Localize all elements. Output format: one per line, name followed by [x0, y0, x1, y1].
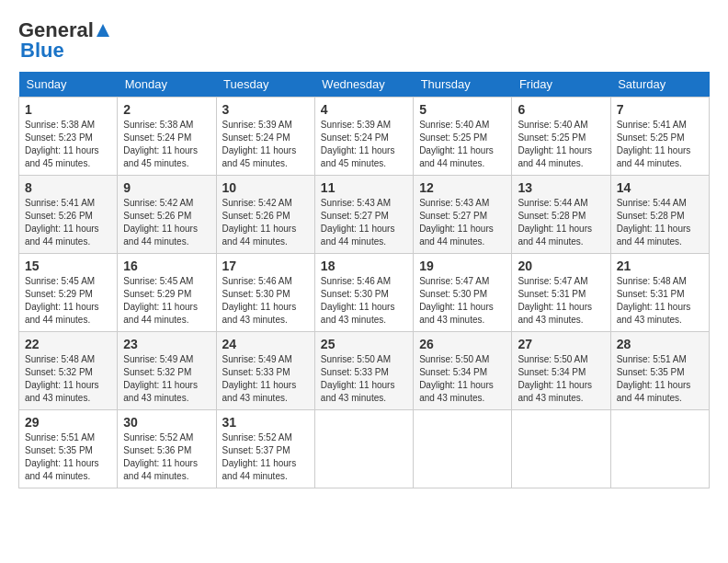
day-info: Sunrise: 5:49 AMSunset: 5:33 PMDaylight:…	[222, 354, 297, 403]
calendar-cell: 16 Sunrise: 5:45 AMSunset: 5:29 PMDaylig…	[118, 254, 216, 332]
week-row-4: 29 Sunrise: 5:51 AMSunset: 5:35 PMDaylig…	[19, 410, 710, 488]
calendar-cell: 8 Sunrise: 5:41 AMSunset: 5:26 PMDayligh…	[19, 176, 118, 254]
day-info: Sunrise: 5:49 AMSunset: 5:32 PMDaylight:…	[123, 354, 198, 403]
calendar-cell: 12 Sunrise: 5:43 AMSunset: 5:27 PMDaylig…	[414, 176, 512, 254]
day-number: 20	[518, 259, 604, 273]
calendar-cell	[610, 410, 709, 488]
header-saturday: Saturday	[610, 72, 709, 98]
calendar-cell: 6 Sunrise: 5:40 AMSunset: 5:25 PMDayligh…	[512, 98, 610, 176]
day-number: 7	[617, 102, 703, 117]
calendar-table: SundayMondayTuesdayWednesdayThursdayFrid…	[18, 72, 710, 488]
day-number: 2	[123, 102, 210, 117]
calendar-cell: 19 Sunrise: 5:47 AMSunset: 5:30 PMDaylig…	[414, 254, 512, 332]
day-info: Sunrise: 5:48 AMSunset: 5:32 PMDaylight:…	[25, 354, 99, 403]
day-info: Sunrise: 5:46 AMSunset: 5:30 PMDaylight:…	[321, 276, 395, 325]
calendar-cell: 24 Sunrise: 5:49 AMSunset: 5:33 PMDaylig…	[216, 332, 314, 410]
svg-marker-0	[97, 24, 109, 37]
header-tuesday: Tuesday	[216, 72, 314, 98]
day-info: Sunrise: 5:50 AMSunset: 5:33 PMDaylight:…	[321, 354, 395, 403]
calendar-cell: 20 Sunrise: 5:47 AMSunset: 5:31 PMDaylig…	[512, 254, 610, 332]
day-number: 22	[25, 337, 111, 351]
week-row-0: 1 Sunrise: 5:38 AMSunset: 5:23 PMDayligh…	[19, 98, 710, 176]
day-number: 5	[419, 102, 506, 117]
day-info: Sunrise: 5:45 AMSunset: 5:29 PMDaylight:…	[25, 276, 99, 325]
day-number: 26	[419, 337, 506, 351]
day-info: Sunrise: 5:38 AMSunset: 5:23 PMDaylight:…	[25, 120, 99, 168]
calendar-cell: 27 Sunrise: 5:50 AMSunset: 5:34 PMDaylig…	[512, 332, 610, 410]
day-number: 29	[25, 415, 111, 430]
logo-blue: Blue	[20, 39, 64, 63]
day-info: Sunrise: 5:42 AMSunset: 5:26 PMDaylight:…	[222, 198, 297, 247]
day-number: 14	[617, 180, 703, 195]
calendar-cell: 26 Sunrise: 5:50 AMSunset: 5:34 PMDaylig…	[414, 332, 512, 410]
calendar-cell	[414, 410, 512, 488]
day-number: 18	[321, 259, 407, 273]
day-number: 17	[222, 259, 309, 273]
day-number: 28	[617, 337, 703, 351]
calendar-cell: 25 Sunrise: 5:50 AMSunset: 5:33 PMDaylig…	[314, 332, 413, 410]
day-info: Sunrise: 5:43 AMSunset: 5:27 PMDaylight:…	[321, 198, 395, 247]
day-info: Sunrise: 5:52 AMSunset: 5:37 PMDaylight:…	[222, 432, 297, 481]
calendar-cell: 31 Sunrise: 5:52 AMSunset: 5:37 PMDaylig…	[216, 410, 314, 488]
day-info: Sunrise: 5:46 AMSunset: 5:30 PMDaylight:…	[222, 276, 297, 325]
day-info: Sunrise: 5:43 AMSunset: 5:27 PMDaylight:…	[419, 198, 494, 247]
calendar-cell: 13 Sunrise: 5:44 AMSunset: 5:28 PMDaylig…	[512, 176, 610, 254]
calendar-cell: 11 Sunrise: 5:43 AMSunset: 5:27 PMDaylig…	[314, 176, 413, 254]
week-row-1: 8 Sunrise: 5:41 AMSunset: 5:26 PMDayligh…	[19, 176, 710, 254]
calendar-cell: 2 Sunrise: 5:38 AMSunset: 5:24 PMDayligh…	[118, 98, 216, 176]
day-info: Sunrise: 5:50 AMSunset: 5:34 PMDaylight:…	[419, 354, 494, 403]
day-number: 30	[123, 415, 210, 430]
day-info: Sunrise: 5:51 AMSunset: 5:35 PMDaylight:…	[25, 432, 99, 481]
day-info: Sunrise: 5:51 AMSunset: 5:35 PMDaylight:…	[617, 354, 691, 403]
day-number: 1	[25, 102, 111, 117]
week-row-3: 22 Sunrise: 5:48 AMSunset: 5:32 PMDaylig…	[19, 332, 710, 410]
calendar-cell: 5 Sunrise: 5:40 AMSunset: 5:25 PMDayligh…	[414, 98, 512, 176]
calendar-cell: 30 Sunrise: 5:52 AMSunset: 5:36 PMDaylig…	[118, 410, 216, 488]
calendar-cell: 17 Sunrise: 5:46 AMSunset: 5:30 PMDaylig…	[216, 254, 314, 332]
day-info: Sunrise: 5:45 AMSunset: 5:29 PMDaylight:…	[123, 276, 198, 325]
day-info: Sunrise: 5:40 AMSunset: 5:25 PMDaylight:…	[419, 120, 494, 168]
day-number: 31	[222, 415, 309, 430]
calendar-cell: 4 Sunrise: 5:39 AMSunset: 5:24 PMDayligh…	[314, 98, 413, 176]
day-info: Sunrise: 5:47 AMSunset: 5:30 PMDaylight:…	[419, 276, 494, 325]
day-info: Sunrise: 5:38 AMSunset: 5:24 PMDaylight:…	[123, 120, 198, 168]
day-info: Sunrise: 5:44 AMSunset: 5:28 PMDaylight:…	[617, 198, 691, 247]
day-number: 13	[518, 180, 604, 195]
day-info: Sunrise: 5:48 AMSunset: 5:31 PMDaylight:…	[617, 276, 691, 325]
calendar-cell: 29 Sunrise: 5:51 AMSunset: 5:35 PMDaylig…	[19, 410, 118, 488]
calendar-cell: 10 Sunrise: 5:42 AMSunset: 5:26 PMDaylig…	[216, 176, 314, 254]
calendar-cell: 23 Sunrise: 5:49 AMSunset: 5:32 PMDaylig…	[118, 332, 216, 410]
day-number: 4	[321, 102, 407, 117]
day-info: Sunrise: 5:50 AMSunset: 5:34 PMDaylight:…	[518, 354, 592, 403]
day-number: 24	[222, 337, 309, 351]
calendar-cell: 14 Sunrise: 5:44 AMSunset: 5:28 PMDaylig…	[610, 176, 709, 254]
header-monday: Monday	[118, 72, 216, 98]
calendar-cell: 18 Sunrise: 5:46 AMSunset: 5:30 PMDaylig…	[314, 254, 413, 332]
calendar-cell: 15 Sunrise: 5:45 AMSunset: 5:29 PMDaylig…	[19, 254, 118, 332]
calendar-cell	[314, 410, 413, 488]
header-sunday: Sunday	[19, 72, 118, 98]
day-info: Sunrise: 5:39 AMSunset: 5:24 PMDaylight:…	[321, 120, 395, 168]
day-number: 10	[222, 180, 309, 195]
day-info: Sunrise: 5:40 AMSunset: 5:25 PMDaylight:…	[518, 120, 592, 168]
calendar-header-row: SundayMondayTuesdayWednesdayThursdayFrid…	[19, 72, 710, 98]
day-number: 11	[321, 180, 407, 195]
day-number: 6	[518, 102, 604, 117]
header-friday: Friday	[512, 72, 610, 98]
day-info: Sunrise: 5:41 AMSunset: 5:26 PMDaylight:…	[25, 198, 99, 247]
day-info: Sunrise: 5:39 AMSunset: 5:24 PMDaylight:…	[222, 120, 297, 168]
day-number: 9	[123, 180, 210, 195]
day-number: 19	[419, 259, 506, 273]
day-info: Sunrise: 5:47 AMSunset: 5:31 PMDaylight:…	[518, 276, 592, 325]
calendar-cell: 9 Sunrise: 5:42 AMSunset: 5:26 PMDayligh…	[118, 176, 216, 254]
calendar-cell: 1 Sunrise: 5:38 AMSunset: 5:23 PMDayligh…	[19, 98, 118, 176]
day-number: 12	[419, 180, 506, 195]
calendar-cell: 28 Sunrise: 5:51 AMSunset: 5:35 PMDaylig…	[610, 332, 709, 410]
day-number: 16	[123, 259, 210, 273]
header-wednesday: Wednesday	[314, 72, 413, 98]
day-number: 25	[321, 337, 407, 351]
day-info: Sunrise: 5:52 AMSunset: 5:36 PMDaylight:…	[123, 432, 198, 481]
page-header: General Blue	[18, 18, 710, 63]
day-number: 15	[25, 259, 111, 273]
calendar-cell: 7 Sunrise: 5:41 AMSunset: 5:25 PMDayligh…	[610, 98, 709, 176]
